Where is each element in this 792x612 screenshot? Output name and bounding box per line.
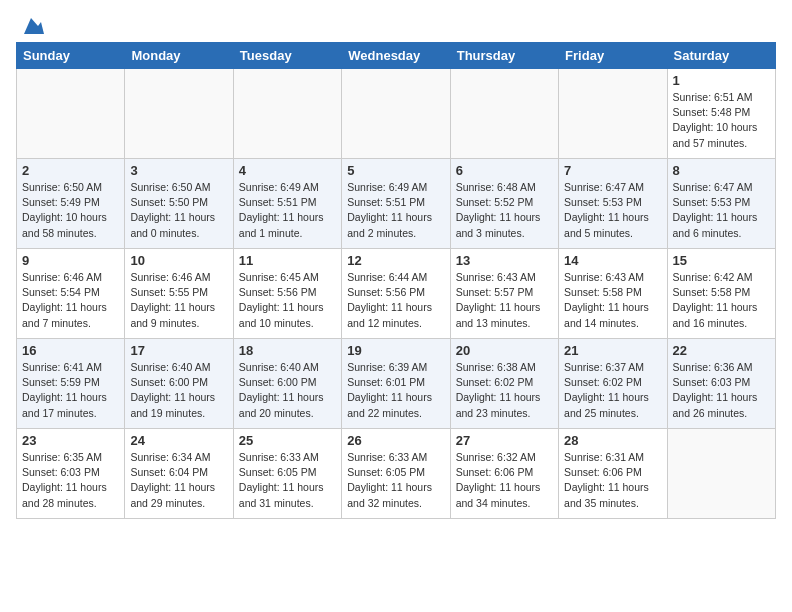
day-number: 6 (456, 163, 553, 178)
day-info: Sunrise: 6:36 AM Sunset: 6:03 PM Dayligh… (673, 360, 770, 421)
calendar-cell: 8Sunrise: 6:47 AM Sunset: 5:53 PM Daylig… (667, 159, 775, 249)
day-number: 28 (564, 433, 661, 448)
calendar-cell (233, 69, 341, 159)
calendar-table: SundayMondayTuesdayWednesdayThursdayFrid… (16, 42, 776, 519)
page-header (16, 16, 776, 30)
calendar-cell: 2Sunrise: 6:50 AM Sunset: 5:49 PM Daylig… (17, 159, 125, 249)
col-header-thursday: Thursday (450, 43, 558, 69)
col-header-saturday: Saturday (667, 43, 775, 69)
day-number: 3 (130, 163, 227, 178)
day-number: 15 (673, 253, 770, 268)
calendar-cell: 26Sunrise: 6:33 AM Sunset: 6:05 PM Dayli… (342, 429, 450, 519)
calendar-cell: 3Sunrise: 6:50 AM Sunset: 5:50 PM Daylig… (125, 159, 233, 249)
calendar-cell: 13Sunrise: 6:43 AM Sunset: 5:57 PM Dayli… (450, 249, 558, 339)
day-info: Sunrise: 6:50 AM Sunset: 5:50 PM Dayligh… (130, 180, 227, 241)
day-number: 17 (130, 343, 227, 358)
day-info: Sunrise: 6:42 AM Sunset: 5:58 PM Dayligh… (673, 270, 770, 331)
calendar-cell: 5Sunrise: 6:49 AM Sunset: 5:51 PM Daylig… (342, 159, 450, 249)
day-number: 22 (673, 343, 770, 358)
day-info: Sunrise: 6:50 AM Sunset: 5:49 PM Dayligh… (22, 180, 119, 241)
logo-icon (18, 16, 44, 36)
day-info: Sunrise: 6:49 AM Sunset: 5:51 PM Dayligh… (239, 180, 336, 241)
day-info: Sunrise: 6:47 AM Sunset: 5:53 PM Dayligh… (564, 180, 661, 241)
day-number: 26 (347, 433, 444, 448)
calendar-cell: 16Sunrise: 6:41 AM Sunset: 5:59 PM Dayli… (17, 339, 125, 429)
day-number: 12 (347, 253, 444, 268)
col-header-friday: Friday (559, 43, 667, 69)
calendar-cell: 28Sunrise: 6:31 AM Sunset: 6:06 PM Dayli… (559, 429, 667, 519)
day-info: Sunrise: 6:48 AM Sunset: 5:52 PM Dayligh… (456, 180, 553, 241)
calendar-cell: 9Sunrise: 6:46 AM Sunset: 5:54 PM Daylig… (17, 249, 125, 339)
day-info: Sunrise: 6:31 AM Sunset: 6:06 PM Dayligh… (564, 450, 661, 511)
day-info: Sunrise: 6:46 AM Sunset: 5:54 PM Dayligh… (22, 270, 119, 331)
day-number: 27 (456, 433, 553, 448)
day-number: 2 (22, 163, 119, 178)
day-info: Sunrise: 6:43 AM Sunset: 5:58 PM Dayligh… (564, 270, 661, 331)
logo (16, 16, 44, 30)
calendar-cell: 7Sunrise: 6:47 AM Sunset: 5:53 PM Daylig… (559, 159, 667, 249)
day-number: 11 (239, 253, 336, 268)
calendar-cell: 14Sunrise: 6:43 AM Sunset: 5:58 PM Dayli… (559, 249, 667, 339)
day-info: Sunrise: 6:44 AM Sunset: 5:56 PM Dayligh… (347, 270, 444, 331)
day-info: Sunrise: 6:45 AM Sunset: 5:56 PM Dayligh… (239, 270, 336, 331)
calendar-cell: 20Sunrise: 6:38 AM Sunset: 6:02 PM Dayli… (450, 339, 558, 429)
day-number: 5 (347, 163, 444, 178)
day-info: Sunrise: 6:49 AM Sunset: 5:51 PM Dayligh… (347, 180, 444, 241)
day-number: 24 (130, 433, 227, 448)
calendar-cell (125, 69, 233, 159)
day-info: Sunrise: 6:40 AM Sunset: 6:00 PM Dayligh… (239, 360, 336, 421)
col-header-monday: Monday (125, 43, 233, 69)
day-number: 16 (22, 343, 119, 358)
col-header-tuesday: Tuesday (233, 43, 341, 69)
day-info: Sunrise: 6:39 AM Sunset: 6:01 PM Dayligh… (347, 360, 444, 421)
day-number: 10 (130, 253, 227, 268)
day-number: 8 (673, 163, 770, 178)
day-info: Sunrise: 6:37 AM Sunset: 6:02 PM Dayligh… (564, 360, 661, 421)
svg-marker-0 (24, 18, 44, 34)
calendar-cell: 24Sunrise: 6:34 AM Sunset: 6:04 PM Dayli… (125, 429, 233, 519)
calendar-cell: 25Sunrise: 6:33 AM Sunset: 6:05 PM Dayli… (233, 429, 341, 519)
day-number: 21 (564, 343, 661, 358)
calendar-cell: 18Sunrise: 6:40 AM Sunset: 6:00 PM Dayli… (233, 339, 341, 429)
day-info: Sunrise: 6:33 AM Sunset: 6:05 PM Dayligh… (239, 450, 336, 511)
day-info: Sunrise: 6:46 AM Sunset: 5:55 PM Dayligh… (130, 270, 227, 331)
calendar-cell (667, 429, 775, 519)
calendar-cell: 22Sunrise: 6:36 AM Sunset: 6:03 PM Dayli… (667, 339, 775, 429)
day-info: Sunrise: 6:32 AM Sunset: 6:06 PM Dayligh… (456, 450, 553, 511)
calendar-cell: 11Sunrise: 6:45 AM Sunset: 5:56 PM Dayli… (233, 249, 341, 339)
day-number: 18 (239, 343, 336, 358)
calendar-cell: 10Sunrise: 6:46 AM Sunset: 5:55 PM Dayli… (125, 249, 233, 339)
col-header-wednesday: Wednesday (342, 43, 450, 69)
calendar-cell: 12Sunrise: 6:44 AM Sunset: 5:56 PM Dayli… (342, 249, 450, 339)
calendar-cell: 21Sunrise: 6:37 AM Sunset: 6:02 PM Dayli… (559, 339, 667, 429)
day-info: Sunrise: 6:43 AM Sunset: 5:57 PM Dayligh… (456, 270, 553, 331)
calendar-cell: 1Sunrise: 6:51 AM Sunset: 5:48 PM Daylig… (667, 69, 775, 159)
day-info: Sunrise: 6:34 AM Sunset: 6:04 PM Dayligh… (130, 450, 227, 511)
calendar-cell (17, 69, 125, 159)
calendar-cell: 27Sunrise: 6:32 AM Sunset: 6:06 PM Dayli… (450, 429, 558, 519)
day-number: 14 (564, 253, 661, 268)
day-info: Sunrise: 6:41 AM Sunset: 5:59 PM Dayligh… (22, 360, 119, 421)
day-number: 20 (456, 343, 553, 358)
day-info: Sunrise: 6:47 AM Sunset: 5:53 PM Dayligh… (673, 180, 770, 241)
day-number: 9 (22, 253, 119, 268)
calendar-cell: 4Sunrise: 6:49 AM Sunset: 5:51 PM Daylig… (233, 159, 341, 249)
calendar-cell (559, 69, 667, 159)
calendar-cell: 6Sunrise: 6:48 AM Sunset: 5:52 PM Daylig… (450, 159, 558, 249)
day-number: 1 (673, 73, 770, 88)
day-number: 23 (22, 433, 119, 448)
calendar-cell: 15Sunrise: 6:42 AM Sunset: 5:58 PM Dayli… (667, 249, 775, 339)
day-info: Sunrise: 6:38 AM Sunset: 6:02 PM Dayligh… (456, 360, 553, 421)
calendar-cell (450, 69, 558, 159)
day-number: 7 (564, 163, 661, 178)
day-number: 19 (347, 343, 444, 358)
day-info: Sunrise: 6:35 AM Sunset: 6:03 PM Dayligh… (22, 450, 119, 511)
day-info: Sunrise: 6:40 AM Sunset: 6:00 PM Dayligh… (130, 360, 227, 421)
day-info: Sunrise: 6:33 AM Sunset: 6:05 PM Dayligh… (347, 450, 444, 511)
col-header-sunday: Sunday (17, 43, 125, 69)
calendar-cell: 17Sunrise: 6:40 AM Sunset: 6:00 PM Dayli… (125, 339, 233, 429)
calendar-cell: 19Sunrise: 6:39 AM Sunset: 6:01 PM Dayli… (342, 339, 450, 429)
day-number: 13 (456, 253, 553, 268)
day-number: 25 (239, 433, 336, 448)
calendar-cell: 23Sunrise: 6:35 AM Sunset: 6:03 PM Dayli… (17, 429, 125, 519)
